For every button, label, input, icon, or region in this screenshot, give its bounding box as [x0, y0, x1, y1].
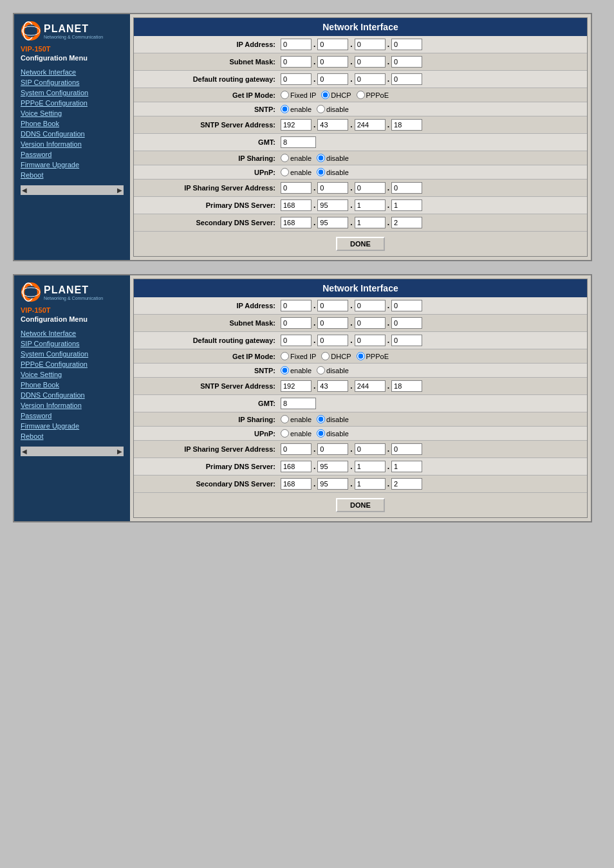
- nav-link-password[interactable]: Password: [21, 149, 124, 160]
- ip-input-default_gateway-3[interactable]: [355, 73, 386, 85]
- sntp-input-2[interactable]: [317, 119, 348, 131]
- nav-link-phone-book[interactable]: Phone Book: [21, 380, 124, 390]
- ip-input-default_gateway-3[interactable]: [355, 335, 386, 346]
- nav-link-phone-book[interactable]: Phone Book: [21, 118, 124, 129]
- nav-link-network-interface[interactable]: Network Interface: [21, 67, 124, 77]
- radio-ip_sharing-disable[interactable]: [317, 415, 325, 423]
- radio-sntp-disable[interactable]: [317, 105, 325, 113]
- gmt-input[interactable]: [281, 136, 316, 148]
- radio-get_ip_mode-PPPoE[interactable]: [357, 352, 365, 360]
- ip-input-primary_dns-1[interactable]: [281, 461, 312, 472]
- ip-input-ip_address-1[interactable]: [281, 300, 312, 311]
- ip-input-ip_address-2[interactable]: [317, 39, 348, 50]
- radio-upnp-disable[interactable]: [317, 168, 325, 176]
- ip-input-primary_dns-4[interactable]: [391, 199, 422, 211]
- done-button[interactable]: DONE: [336, 498, 385, 512]
- radio-get_ip_mode-DHCP[interactable]: [321, 352, 330, 360]
- ip-input-ip_address-1[interactable]: [281, 39, 312, 50]
- radio-upnp-disable[interactable]: [317, 429, 325, 438]
- ip-input-ip_sharing_server-3[interactable]: [355, 443, 386, 455]
- ip-input-ip_address-2[interactable]: [317, 300, 348, 311]
- radio-upnp-enable[interactable]: [281, 168, 289, 176]
- ip-input-subnet_mask-1[interactable]: [281, 56, 312, 68]
- ip-input-default_gateway-4[interactable]: [391, 335, 422, 346]
- ip-input-primary_dns-3[interactable]: [355, 199, 386, 211]
- ip-input-ip_sharing_server-3[interactable]: [355, 182, 386, 194]
- nav-link-password[interactable]: Password: [21, 411, 124, 421]
- ip-input-ip_address-4[interactable]: [391, 39, 422, 50]
- radio-sntp-disable[interactable]: [317, 366, 325, 374]
- ip-input-subnet_mask-4[interactable]: [391, 317, 422, 329]
- nav-link-version-information[interactable]: Version Information: [21, 139, 124, 149]
- radio-upnp-enable[interactable]: [281, 429, 289, 438]
- sntp-input-1[interactable]: [281, 119, 312, 131]
- sntp-input-3[interactable]: [355, 119, 386, 131]
- ip-input-secondary_dns-2[interactable]: [317, 217, 348, 228]
- scroll-left-arrow[interactable]: ◀: [22, 448, 27, 455]
- nav-link-voice-setting[interactable]: Voice Setting: [21, 108, 124, 118]
- ip-input-default_gateway-2[interactable]: [317, 335, 348, 346]
- ip-input-subnet_mask-1[interactable]: [281, 317, 312, 329]
- nav-link-system-configuration[interactable]: System Configuration: [21, 349, 124, 359]
- ip-input-default_gateway-1[interactable]: [281, 73, 312, 85]
- nav-link-ddns-configuration[interactable]: DDNS Configuration: [21, 390, 124, 400]
- ip-input-subnet_mask-3[interactable]: [355, 56, 386, 68]
- ip-input-primary_dns-4[interactable]: [391, 461, 422, 472]
- ip-input-ip_sharing_server-4[interactable]: [391, 182, 422, 194]
- ip-input-secondary_dns-3[interactable]: [355, 478, 386, 490]
- scroll-right-arrow[interactable]: ▶: [117, 448, 122, 455]
- nav-link-ddns-configuration[interactable]: DDNS Configuration: [21, 129, 124, 139]
- ip-input-subnet_mask-2[interactable]: [317, 56, 348, 68]
- nav-link-sip-configurations[interactable]: SIP Configurations: [21, 338, 124, 349]
- ip-input-primary_dns-2[interactable]: [317, 199, 348, 211]
- ip-input-secondary_dns-3[interactable]: [355, 217, 386, 228]
- radio-get_ip_mode-Fixed IP[interactable]: [281, 91, 289, 99]
- ip-input-ip_sharing_server-2[interactable]: [317, 182, 348, 194]
- ip-input-subnet_mask-2[interactable]: [317, 317, 348, 329]
- ip-input-secondary_dns-4[interactable]: [391, 478, 422, 490]
- ip-input-primary_dns-1[interactable]: [281, 199, 312, 211]
- radio-ip_sharing-enable[interactable]: [281, 154, 289, 162]
- sntp-input-4[interactable]: [391, 119, 422, 131]
- radio-ip_sharing-enable[interactable]: [281, 415, 289, 423]
- ip-input-secondary_dns-1[interactable]: [281, 478, 312, 490]
- ip-input-primary_dns-2[interactable]: [317, 461, 348, 472]
- nav-link-reboot[interactable]: Reboot: [21, 431, 124, 441]
- nav-link-network-interface[interactable]: Network Interface: [21, 328, 124, 338]
- radio-get_ip_mode-DHCP[interactable]: [321, 91, 330, 99]
- ip-input-secondary_dns-1[interactable]: [281, 217, 312, 228]
- nav-link-voice-setting[interactable]: Voice Setting: [21, 369, 124, 380]
- ip-input-secondary_dns-2[interactable]: [317, 478, 348, 490]
- ip-input-default_gateway-1[interactable]: [281, 335, 312, 346]
- ip-input-ip_sharing_server-2[interactable]: [317, 443, 348, 455]
- scroll-right-arrow[interactable]: ▶: [117, 187, 122, 194]
- scroll-left-arrow[interactable]: ◀: [22, 187, 27, 194]
- radio-ip_sharing-disable[interactable]: [317, 154, 325, 162]
- nav-link-reboot[interactable]: Reboot: [21, 170, 124, 180]
- sntp-input-2[interactable]: [317, 380, 348, 392]
- nav-link-firmware-upgrade[interactable]: Firmware Upgrade: [21, 421, 124, 431]
- radio-get_ip_mode-PPPoE[interactable]: [357, 91, 365, 99]
- ip-input-ip_sharing_server-1[interactable]: [281, 182, 312, 194]
- ip-input-default_gateway-4[interactable]: [391, 73, 422, 85]
- radio-get_ip_mode-Fixed IP[interactable]: [281, 352, 289, 360]
- radio-sntp-enable[interactable]: [281, 366, 289, 374]
- nav-link-version-information[interactable]: Version Information: [21, 400, 124, 411]
- nav-link-sip-configurations[interactable]: SIP Configurations: [21, 77, 124, 88]
- ip-input-subnet_mask-3[interactable]: [355, 317, 386, 329]
- done-button[interactable]: DONE: [336, 237, 385, 251]
- nav-link-system-configuration[interactable]: System Configuration: [21, 88, 124, 98]
- ip-input-ip_address-3[interactable]: [355, 39, 386, 50]
- nav-link-pppoe-configuration[interactable]: PPPoE Configuration: [21, 359, 124, 369]
- gmt-input[interactable]: [281, 398, 316, 409]
- nav-link-firmware-upgrade[interactable]: Firmware Upgrade: [21, 160, 124, 170]
- sntp-input-1[interactable]: [281, 380, 312, 392]
- sntp-input-4[interactable]: [391, 380, 422, 392]
- ip-input-subnet_mask-4[interactable]: [391, 56, 422, 68]
- ip-input-primary_dns-3[interactable]: [355, 461, 386, 472]
- ip-input-ip_address-3[interactable]: [355, 300, 386, 311]
- radio-sntp-enable[interactable]: [281, 105, 289, 113]
- ip-input-ip_address-4[interactable]: [391, 300, 422, 311]
- ip-input-ip_sharing_server-1[interactable]: [281, 443, 312, 455]
- ip-input-secondary_dns-4[interactable]: [391, 217, 422, 228]
